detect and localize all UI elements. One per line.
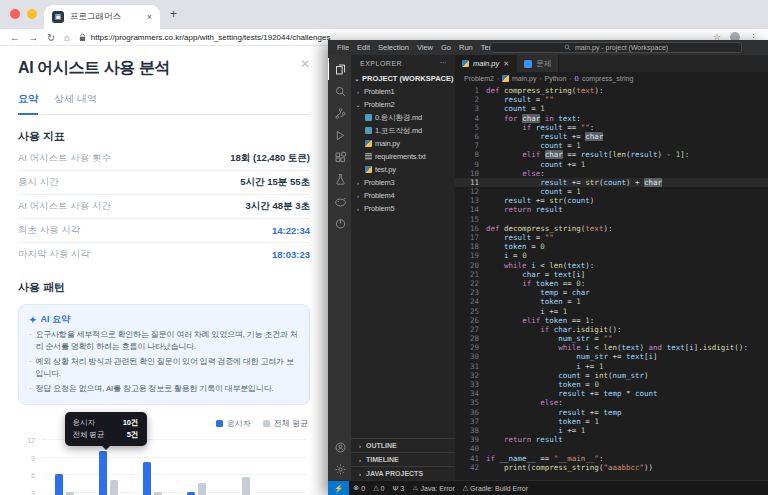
status-java-item[interactable]: ♨Java: Error (408, 484, 459, 492)
code-line-35[interactable]: 35 else: (455, 398, 768, 407)
code-line-4[interactable]: 4 for char in text: (455, 114, 768, 123)
status-warning-item[interactable]: △Gradle: Build Error (459, 484, 532, 492)
bar-응시자[interactable] (187, 492, 195, 495)
code-line-32[interactable]: 32 count = int(num_str) (455, 371, 768, 380)
search-icon[interactable] (328, 80, 351, 102)
code-line-37[interactable]: 37 token = 1 (455, 417, 768, 426)
sidebar-section-java-projects[interactable]: ›JAVA PROJECTS (351, 466, 455, 480)
tree-file-test.py[interactable]: test.py (351, 163, 455, 176)
code-line-33[interactable]: 33 token = 0 (455, 380, 768, 389)
code-line-15[interactable]: 15 (455, 215, 768, 224)
browser-tab[interactable]: ▣ 프로그래머스 × (44, 5, 160, 29)
code-line-3[interactable]: 3 count = 1 (455, 104, 768, 113)
bar-전체 평균[interactable] (154, 492, 162, 495)
code-line-13[interactable]: 13 result += str(count) (455, 196, 768, 205)
tree-file-1.코드작성.md[interactable]: 1.코드작성.md (351, 124, 455, 137)
home-icon[interactable]: ⌂ (64, 32, 70, 43)
code-line-5[interactable]: 5 if result == "": (455, 123, 768, 132)
code-line-14[interactable]: 14 return result (455, 205, 768, 214)
reload-icon[interactable]: ↻ (47, 32, 55, 43)
breadcrumb-item[interactable]: Problem2 (464, 75, 494, 82)
code-line-10[interactable]: 10 else: (455, 169, 768, 178)
code-line-31[interactable]: 31 i += 1 (455, 362, 768, 371)
docker-icon[interactable] (328, 190, 351, 212)
tab-summary[interactable]: 요약 (18, 92, 38, 115)
status-fork-item[interactable]: Ψ3 (388, 485, 408, 492)
code-line-30[interactable]: 30 num_str += text[i] (455, 352, 768, 361)
bar-전체 평균[interactable] (66, 492, 74, 495)
menu-view[interactable]: View (413, 43, 437, 52)
minimize-window-button[interactable] (27, 9, 37, 19)
bar-group[interactable] (174, 483, 218, 495)
code-line-40[interactable]: 40 (455, 444, 768, 453)
editor-tab-main.py[interactable]: main.py✕ (455, 55, 517, 72)
code-line-22[interactable]: 22 if token == 0: (455, 279, 768, 288)
tree-folder-Problem1[interactable]: ›Problem1 (351, 85, 455, 98)
forward-icon[interactable]: → (29, 32, 39, 43)
tab-close-icon[interactable]: × (147, 12, 152, 22)
code-line-11[interactable]: 11 result += str(count) + char (455, 178, 768, 187)
code-line-24[interactable]: 24 token = 1 (455, 297, 768, 306)
code-line-20[interactable]: 20 while i < len(text): (455, 261, 768, 270)
explorer-actions-icon[interactable]: ⋯ (440, 59, 448, 67)
tree-file-0.응시환경.md[interactable]: 0.응시환경.md (351, 111, 455, 124)
breadcrumb[interactable]: Problem2›main.py›Python›{}compress_strin… (455, 72, 768, 84)
menu-run[interactable]: Run (455, 43, 477, 52)
close-icon[interactable]: ✕ (300, 58, 310, 70)
bar-전체 평균[interactable] (198, 483, 206, 495)
source-control-icon[interactable] (328, 102, 351, 124)
testing-icon[interactable] (328, 168, 351, 190)
breadcrumb-item[interactable]: main.py (512, 75, 537, 82)
bar-group[interactable] (218, 477, 262, 495)
bar-group[interactable] (130, 462, 174, 495)
code-line-26[interactable]: 26 elif token == 1: (455, 316, 768, 325)
menu-file[interactable]: File (333, 43, 353, 52)
tree-file-requirements.txt[interactable]: requirements.txt (351, 150, 455, 163)
editor-tab-문제[interactable]: 문제 (517, 55, 559, 72)
code-line-39[interactable]: 39 return result (455, 435, 768, 444)
bar-group[interactable] (42, 474, 86, 495)
menu-selection[interactable]: Selection (374, 43, 413, 52)
menu-edit[interactable]: Edit (353, 43, 374, 52)
code-line-2[interactable]: 2 result = "" (455, 95, 768, 104)
breadcrumb-item[interactable]: compress_string (582, 75, 633, 82)
breadcrumb-item[interactable]: Python (544, 75, 566, 82)
code-line-36[interactable]: 36 result += temp (455, 408, 768, 417)
code-line-1[interactable]: 1def compress_string(text): (455, 86, 768, 95)
code-line-8[interactable]: 8 elif char == result[len(result) - 1]: (455, 150, 768, 159)
tree-file-main.py[interactable]: main.py (351, 137, 455, 150)
bar-전체 평균[interactable] (110, 480, 118, 495)
code-line-16[interactable]: 16def decompress_string(text): (455, 224, 768, 233)
tree-folder-Problem4[interactable]: ›Problem4 (351, 189, 455, 202)
close-window-button[interactable] (10, 9, 20, 19)
bar-전체 평균[interactable] (242, 477, 250, 495)
back-icon[interactable]: ← (10, 32, 20, 43)
sidebar-section-timeline[interactable]: ›TIMELINE (351, 452, 455, 466)
code-line-27[interactable]: 27 if char.isdigit(): (455, 325, 768, 334)
code-line-25[interactable]: 25 i += 1 (455, 307, 768, 316)
workspace-root[interactable]: ⌄PROJECT (WORKSPACE) (351, 71, 455, 85)
code-line-18[interactable]: 18 token = 0 (455, 242, 768, 251)
code-line-6[interactable]: 6 result += char (455, 132, 768, 141)
extensions-icon[interactable] (328, 146, 351, 168)
code-line-28[interactable]: 28 num_str = "" (455, 334, 768, 343)
code-line-29[interactable]: 29 while i < len(text) and text[i].isdig… (455, 343, 768, 352)
code-line-38[interactable]: 38 i += 1 (455, 426, 768, 435)
bar-응시자[interactable] (55, 474, 63, 495)
explorer-icon[interactable] (328, 58, 351, 80)
menu-go[interactable]: Go (437, 43, 455, 52)
sidebar-section-outline[interactable]: ›OUTLINE (351, 438, 455, 452)
bar-응시자[interactable] (99, 451, 107, 495)
tab-close-icon[interactable]: ✕ (503, 60, 509, 68)
new-tab-button[interactable]: + (170, 7, 177, 21)
bar-응시자[interactable] (143, 462, 151, 495)
code-line-17[interactable]: 17 result = "" (455, 233, 768, 242)
code-line-23[interactable]: 23 temp = char (455, 288, 768, 297)
code-line-42[interactable]: 42 print(compress_string("aaabbcc")) (455, 463, 768, 472)
settings-icon[interactable] (328, 458, 351, 480)
status-warning-item[interactable]: △0 (369, 484, 388, 492)
command-center-search[interactable]: main.py - project (Workspace) (490, 42, 742, 53)
tree-folder-Problem3[interactable]: ›Problem3 (351, 176, 455, 189)
account-icon[interactable] (328, 436, 351, 458)
run-debug-icon[interactable] (328, 124, 351, 146)
